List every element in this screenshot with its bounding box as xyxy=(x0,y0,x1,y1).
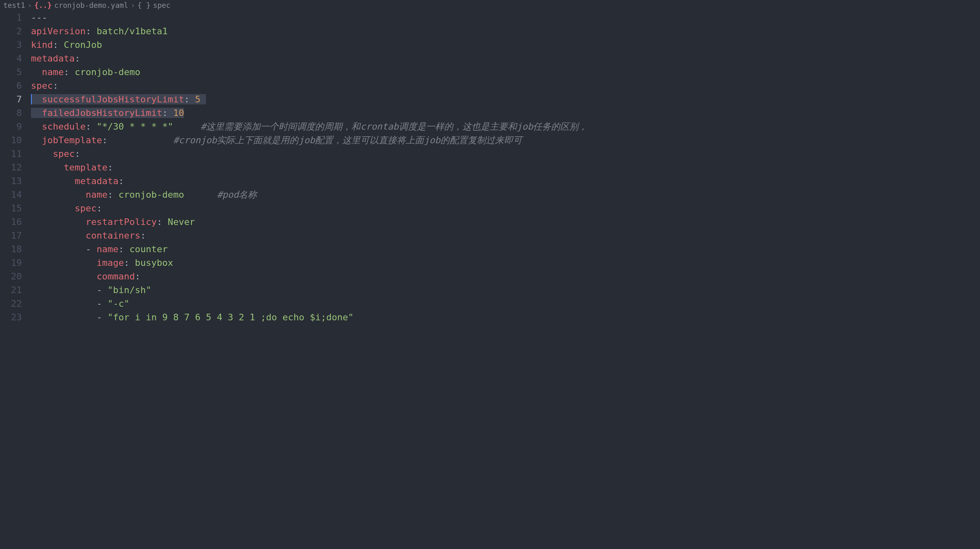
token: metadata xyxy=(75,176,118,186)
token: template xyxy=(64,162,107,173)
token xyxy=(184,189,217,200)
line-number[interactable]: 9 xyxy=(0,120,22,133)
token xyxy=(31,108,42,118)
code-line[interactable]: name: cronjob-demo #pod名称 xyxy=(31,188,980,201)
token xyxy=(168,108,173,118)
line-number[interactable]: 6 xyxy=(0,79,22,92)
breadcrumb-item-folder[interactable]: test1 xyxy=(3,1,25,9)
code-line[interactable]: containers: xyxy=(31,229,980,242)
token: counter xyxy=(129,244,168,254)
token: : xyxy=(85,121,91,132)
braces-icon: { } xyxy=(137,1,151,9)
line-number[interactable]: 14 xyxy=(0,188,22,201)
code-line[interactable]: successfulJobsHistoryLimit: 5 xyxy=(31,92,980,106)
token: : xyxy=(53,40,58,50)
token xyxy=(31,244,85,254)
token: CronJob xyxy=(64,40,102,50)
token: : xyxy=(135,271,140,282)
line-number[interactable]: 20 xyxy=(0,270,22,283)
line-number[interactable]: 11 xyxy=(0,147,22,161)
token: : xyxy=(140,230,146,241)
code-line[interactable]: kind: CronJob xyxy=(31,38,980,52)
code-line[interactable]: metadata: xyxy=(31,52,980,65)
breadcrumb-item-file[interactable]: cronjob-demo.yaml xyxy=(54,1,128,9)
code-line[interactable]: - "bin/sh" xyxy=(31,283,980,297)
code-line[interactable]: spec: xyxy=(31,147,980,161)
code-line[interactable]: apiVersion: batch/v1beta1 xyxy=(31,24,980,38)
line-number[interactable]: 16 xyxy=(0,215,22,229)
breadcrumb[interactable]: test1 › {..} cronjob-demo.yaml › { } spe… xyxy=(0,0,980,11)
token: : xyxy=(85,26,91,36)
code-line[interactable]: - "for i in 9 8 7 6 5 4 3 2 1 ;do echo $… xyxy=(31,310,980,324)
token: : xyxy=(157,217,162,227)
token xyxy=(129,258,135,268)
line-number[interactable]: 22 xyxy=(0,297,22,310)
token xyxy=(31,312,97,322)
token: spec xyxy=(53,149,75,159)
token: : xyxy=(162,108,168,118)
token: restartPolicy xyxy=(85,217,156,227)
code-line[interactable]: template: xyxy=(31,161,980,174)
token: name xyxy=(85,189,107,200)
code-line[interactable]: schedule: "*/30 * * * *" #这里需要添加一个时间调度的周… xyxy=(31,120,980,133)
token: : xyxy=(118,176,124,186)
line-number[interactable]: 10 xyxy=(0,133,22,147)
line-number[interactable]: 18 xyxy=(0,242,22,256)
token: kind xyxy=(31,40,53,50)
token xyxy=(124,244,129,254)
line-number[interactable]: 13 xyxy=(0,174,22,188)
line-number[interactable]: 5 xyxy=(0,65,22,79)
line-number[interactable]: 8 xyxy=(0,106,22,120)
token: - xyxy=(85,244,97,254)
token: "-c" xyxy=(107,298,129,309)
selection: failedJobsHistoryLimit: 10 xyxy=(31,108,184,118)
token: : xyxy=(124,258,129,268)
line-number[interactable]: 2 xyxy=(0,24,22,38)
token xyxy=(31,230,85,241)
line-number[interactable]: 12 xyxy=(0,161,22,174)
code-line[interactable]: image: busybox xyxy=(31,256,980,270)
code-line[interactable]: spec: xyxy=(31,79,980,92)
token: name xyxy=(97,244,118,254)
code-line[interactable]: command: xyxy=(31,270,980,283)
token xyxy=(189,94,195,104)
line-number[interactable]: 17 xyxy=(0,229,22,242)
token xyxy=(31,67,42,77)
line-number[interactable]: 15 xyxy=(0,201,22,215)
line-number[interactable]: 4 xyxy=(0,52,22,65)
token: #pod名称 xyxy=(217,189,257,200)
breadcrumb-sep: › xyxy=(131,1,135,9)
code-line[interactable]: jobTemplate: #cronjob实际上下面就是用的job配置，这里可以… xyxy=(31,133,980,147)
token xyxy=(31,176,75,186)
token: command xyxy=(97,271,135,282)
token: failedJobsHistoryLimit xyxy=(42,108,162,118)
code-line[interactable]: --- xyxy=(31,11,980,24)
code-line[interactable]: restartPolicy: Never xyxy=(31,215,980,229)
token: name xyxy=(42,67,64,77)
line-number[interactable]: 19 xyxy=(0,256,22,270)
code-line[interactable]: - name: counter xyxy=(31,242,980,256)
token xyxy=(31,162,64,173)
code-line[interactable]: metadata: xyxy=(31,174,980,188)
line-number[interactable]: 23 xyxy=(0,310,22,324)
code-editor[interactable]: 1234567891011121314151617181920212223 --… xyxy=(0,11,980,324)
breadcrumb-sep: › xyxy=(28,1,32,9)
token: batch/v1beta1 xyxy=(97,26,168,36)
breadcrumb-item-symbol[interactable]: spec xyxy=(153,1,170,9)
code-line[interactable]: spec: xyxy=(31,201,980,215)
code-area[interactable]: ---apiVersion: batch/v1beta1kind: CronJo… xyxy=(31,11,980,324)
line-number[interactable]: 1 xyxy=(0,11,22,24)
token xyxy=(31,121,42,132)
token: jobTemplate xyxy=(42,135,102,145)
code-line[interactable]: name: cronjob-demo xyxy=(31,65,980,79)
token: - xyxy=(97,298,108,309)
token: : xyxy=(102,135,107,145)
line-number[interactable]: 3 xyxy=(0,38,22,52)
line-number-gutter[interactable]: 1234567891011121314151617181920212223 xyxy=(0,11,31,324)
line-number[interactable]: 7 xyxy=(0,92,22,106)
code-line[interactable]: failedJobsHistoryLimit: 10 xyxy=(31,106,980,120)
code-line[interactable]: - "-c" xyxy=(31,297,980,310)
token: : xyxy=(107,162,113,173)
token xyxy=(31,258,97,268)
line-number[interactable]: 21 xyxy=(0,283,22,297)
